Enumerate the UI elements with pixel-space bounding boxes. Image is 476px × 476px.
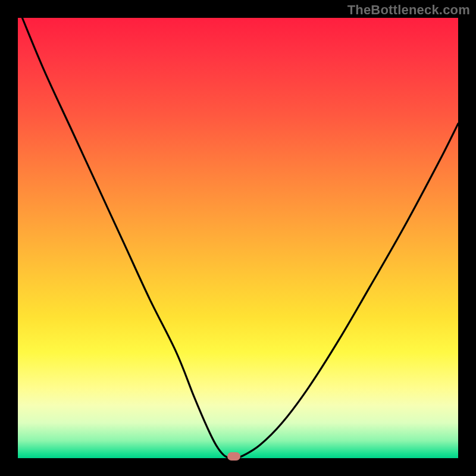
bottleneck-curve xyxy=(18,18,458,458)
chart-frame: TheBottleneck.com xyxy=(0,0,476,476)
curve-path xyxy=(22,18,458,458)
watermark-text: TheBottleneck.com xyxy=(347,2,470,18)
optimum-marker xyxy=(227,452,240,461)
plot-area xyxy=(18,18,458,458)
